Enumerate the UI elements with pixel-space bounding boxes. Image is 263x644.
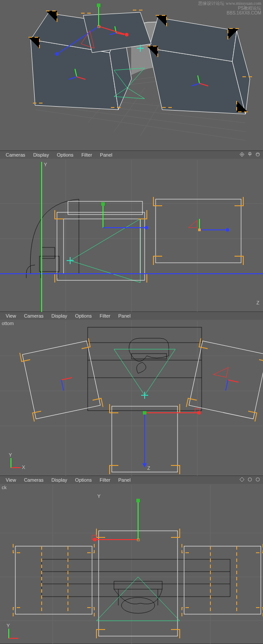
svg-point-108 (121, 597, 155, 613)
perspective-scene[interactable] (0, 0, 263, 151)
viewport-back[interactable]: View Cameras Display Options Filter Pane… (0, 476, 263, 644)
watermark-3: BBS.16XX8.COM (227, 11, 261, 15)
menu-filter[interactable]: Filter (96, 477, 114, 483)
mini-y: Y (7, 623, 10, 628)
box-center[interactable] (99, 531, 178, 636)
svg-rect-107 (114, 581, 162, 589)
axis-z-label: Z (147, 465, 150, 471)
cube-right[interactable] (147, 15, 252, 114)
move-icon[interactable] (239, 477, 245, 482)
zoom-icon[interactable] (247, 152, 252, 157)
menubar[interactable]: View Cameras Display Options Filter Pane… (0, 476, 263, 484)
svg-rect-100 (42, 559, 230, 597)
viewport-perspective[interactable]: 思缘设计论坛 www.missyuan.com PS教程论坛 BBS.16XX8… (0, 0, 263, 151)
orbit-icon[interactable] (255, 477, 260, 482)
watermark: 思缘设计论坛 www.missyuan.com PS教程论坛 BBS.16XX8… (198, 1, 261, 15)
orbit-icon[interactable] (255, 152, 260, 157)
grid (0, 160, 263, 312)
menu-display[interactable]: Display (29, 152, 53, 157)
menubar[interactable]: View Cameras Display Options Filter Pane… (0, 312, 263, 320)
menu-panel[interactable]: Panel (96, 152, 116, 157)
svg-rect-45 (42, 247, 55, 258)
svg-line-80 (228, 380, 238, 382)
camera (70, 219, 140, 283)
box-left[interactable] (20, 338, 103, 422)
svg-point-37 (256, 153, 259, 156)
svg-marker-82 (213, 365, 228, 377)
svg-marker-87 (142, 463, 147, 468)
menu-panel[interactable]: Panel (114, 477, 135, 483)
back-scene[interactable]: Y Y (0, 476, 263, 644)
bottom-scene[interactable]: X Y Z (0, 312, 263, 476)
menu-filter[interactable]: Filter (78, 152, 96, 157)
svg-line-77 (61, 378, 72, 380)
view-label: ottom (2, 321, 14, 326)
box-right[interactable] (186, 338, 263, 422)
menu-display[interactable]: Display (47, 477, 71, 483)
watermark-2: PS教程论坛 (238, 6, 261, 11)
menu-cameras[interactable]: Cameras (20, 477, 48, 483)
view-label: ck (2, 485, 7, 490)
axis-x-label: X (22, 465, 25, 470)
axis-y-label: Y (9, 452, 12, 458)
viewport-side[interactable]: Cameras Display Options Filter Panel (0, 151, 263, 312)
svg-rect-57 (198, 229, 201, 231)
watermark-1: 思缘设计论坛 www.missyuan.com (198, 1, 261, 6)
svg-rect-60 (101, 202, 105, 206)
menubar[interactable]: Cameras Display Options Filter Panel (0, 151, 263, 159)
menu-panel[interactable]: Panel (114, 313, 135, 318)
box-right[interactable] (184, 546, 261, 614)
axis-z-label: Z (256, 300, 259, 305)
menu-options[interactable]: Options (71, 477, 96, 483)
svg-point-31 (125, 33, 128, 36)
svg-point-29 (55, 52, 59, 56)
svg-point-93 (256, 478, 259, 481)
zoom-icon[interactable] (247, 477, 252, 482)
menu-view[interactable]: View (2, 477, 20, 483)
move-icon[interactable] (239, 152, 245, 157)
box-left[interactable] (15, 546, 92, 614)
svg-rect-73 (132, 354, 167, 359)
piano (114, 581, 162, 613)
menu-filter[interactable]: Filter (96, 313, 114, 318)
svg-line-81 (226, 380, 228, 390)
axis-y-label: Y (44, 162, 47, 167)
svg-rect-79 (189, 341, 263, 419)
svg-point-56 (226, 228, 229, 232)
menu-display[interactable]: Display (47, 313, 71, 318)
svg-rect-88 (143, 411, 146, 415)
axis-y-label: Y (97, 494, 101, 499)
menu-options[interactable]: Options (71, 313, 96, 318)
svg-line-78 (61, 380, 64, 390)
menu-view[interactable]: View (2, 313, 20, 318)
svg-point-92 (248, 478, 252, 481)
viewport-bottom[interactable]: View Cameras Display Options Filter Pane… (0, 312, 263, 476)
menu-options[interactable]: Options (53, 152, 78, 157)
side-scene[interactable]: Y Z (0, 151, 263, 312)
svg-rect-112 (136, 499, 140, 502)
svg-rect-27 (97, 4, 100, 7)
menu-cameras[interactable]: Cameras (20, 313, 48, 318)
svg-point-62 (145, 226, 148, 229)
menu-cameras[interactable]: Cameras (2, 152, 29, 157)
svg-marker-58 (188, 220, 197, 228)
svg-rect-50 (64, 219, 140, 274)
view-icons[interactable] (239, 152, 260, 157)
